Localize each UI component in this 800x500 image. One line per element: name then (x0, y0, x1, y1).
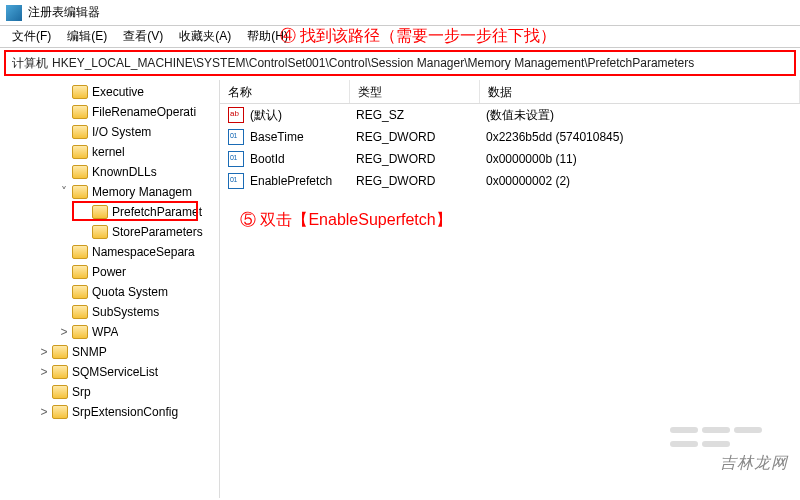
tree-item-label: FileRenameOperati (92, 105, 196, 119)
annotation-step4: ④ 找到该路径（需要一步一步往下找） (280, 26, 556, 47)
tree-item-label: SrpExtensionConfig (72, 405, 178, 419)
list-body: (默认)REG_SZ(数值未设置)BaseTimeREG_DWORD0x2236… (220, 104, 800, 192)
tree-item-label: PrefetchParamet (112, 205, 202, 219)
tree-item-label: StoreParameters (112, 225, 203, 239)
tree-item-label: kernel (92, 145, 125, 159)
cell-data: 0x00000002 (2) (486, 174, 800, 188)
tree-item[interactable]: >SNMP (0, 342, 219, 362)
cell-type: REG_DWORD (356, 174, 486, 188)
tree-item-label: SNMP (72, 345, 107, 359)
column-type[interactable]: 类型 (350, 80, 480, 103)
tree-item-label: Quota System (92, 285, 168, 299)
string-value-icon (228, 107, 244, 123)
tree-item[interactable]: I/O System (0, 122, 219, 142)
tree-item[interactable]: NamespaceSepara (0, 242, 219, 262)
list-row[interactable]: BootIdREG_DWORD0x0000000b (11) (220, 148, 800, 170)
tree-item-label: Executive (92, 85, 144, 99)
cell-type: REG_SZ (356, 108, 486, 122)
folder-icon (72, 325, 88, 339)
dword-value-icon (228, 151, 244, 167)
folder-icon (72, 145, 88, 159)
folder-icon (52, 405, 68, 419)
list-header: 名称 类型 数据 (220, 80, 800, 104)
folder-icon (72, 285, 88, 299)
column-data[interactable]: 数据 (480, 80, 800, 103)
tree-item[interactable]: Power (0, 262, 219, 282)
tree-item[interactable]: Srp (0, 382, 219, 402)
tree-item-label: Srp (72, 385, 91, 399)
folder-icon (92, 205, 108, 219)
folder-icon (52, 385, 68, 399)
folder-icon (72, 265, 88, 279)
cell-data: 0x2236b5dd (574010845) (486, 130, 800, 144)
chevron-right-icon[interactable]: > (38, 365, 50, 379)
folder-icon (72, 165, 88, 179)
tree-item[interactable]: SubSystems (0, 302, 219, 322)
chevron-right-icon[interactable]: > (38, 345, 50, 359)
folder-icon (72, 105, 88, 119)
folder-icon (72, 245, 88, 259)
tree-item[interactable]: >SQMServiceList (0, 362, 219, 382)
chevron-right-icon[interactable]: > (38, 405, 50, 419)
tree-item[interactable]: Executive (0, 82, 219, 102)
tree-item-label: SubSystems (92, 305, 159, 319)
app-icon (6, 5, 22, 21)
annotation-step5: ⑤ 双击【EnableSuperfetch】 (240, 210, 452, 231)
tree-item[interactable]: FileRenameOperati (0, 102, 219, 122)
titlebar: 注册表编辑器 (0, 0, 800, 26)
addressbar-input[interactable] (52, 56, 792, 70)
cell-name: (默认) (250, 107, 356, 124)
list-row[interactable]: BaseTimeREG_DWORD0x2236b5dd (574010845) (220, 126, 800, 148)
window-title: 注册表编辑器 (28, 4, 100, 21)
folder-icon (72, 125, 88, 139)
tree-item[interactable]: ˅Memory Managem (0, 182, 219, 202)
folder-icon (52, 345, 68, 359)
chevron-right-icon[interactable]: > (58, 325, 70, 339)
list-row[interactable]: (默认)REG_SZ(数值未设置) (220, 104, 800, 126)
tree-item-label: I/O System (92, 125, 151, 139)
tree-item-label: Power (92, 265, 126, 279)
tree-item[interactable]: >SrpExtensionConfig (0, 402, 219, 422)
list-row[interactable]: EnablePrefetchREG_DWORD0x00000002 (2) (220, 170, 800, 192)
chevron-down-icon[interactable]: ˅ (58, 185, 70, 199)
cell-data: (数值未设置) (486, 107, 800, 124)
menu-file[interactable]: 文件(F) (4, 26, 59, 47)
menu-edit[interactable]: 编辑(E) (59, 26, 115, 47)
tree-item-label: NamespaceSepara (92, 245, 195, 259)
column-name[interactable]: 名称 (220, 80, 350, 103)
folder-icon (72, 85, 88, 99)
watermark-text: 吉林龙网 (720, 453, 788, 474)
folder-icon (72, 305, 88, 319)
cell-name: BootId (250, 152, 356, 166)
tree-item-label: Memory Managem (92, 185, 192, 199)
tree-item-label: KnownDLLs (92, 165, 157, 179)
cell-type: REG_DWORD (356, 130, 486, 144)
cell-name: EnablePrefetch (250, 174, 356, 188)
tree-pane[interactable]: ExecutiveFileRenameOperatiI/O Systemkern… (0, 80, 220, 498)
menu-view[interactable]: 查看(V) (115, 26, 171, 47)
watermark-decoration (668, 424, 788, 448)
tree-item[interactable]: KnownDLLs (0, 162, 219, 182)
menu-favorites[interactable]: 收藏夹(A) (171, 26, 239, 47)
tree-item[interactable]: Quota System (0, 282, 219, 302)
menubar: 文件(F) 编辑(E) 查看(V) 收藏夹(A) 帮助(H) ④ 找到该路径（需… (0, 26, 800, 48)
tree-item[interactable]: StoreParameters (0, 222, 219, 242)
folder-icon (72, 185, 88, 199)
tree-item-label: SQMServiceList (72, 365, 158, 379)
folder-icon (92, 225, 108, 239)
addressbar-container: 计算机 (4, 50, 796, 76)
tree-item[interactable]: kernel (0, 142, 219, 162)
dword-value-icon (228, 129, 244, 145)
folder-icon (52, 365, 68, 379)
addressbar-prefix: 计算机 (8, 55, 52, 72)
cell-data: 0x0000000b (11) (486, 152, 800, 166)
tree-item[interactable]: >WPA (0, 322, 219, 342)
tree-item-label: WPA (92, 325, 118, 339)
tree-item[interactable]: PrefetchParamet (0, 202, 219, 222)
cell-name: BaseTime (250, 130, 356, 144)
cell-type: REG_DWORD (356, 152, 486, 166)
dword-value-icon (228, 173, 244, 189)
